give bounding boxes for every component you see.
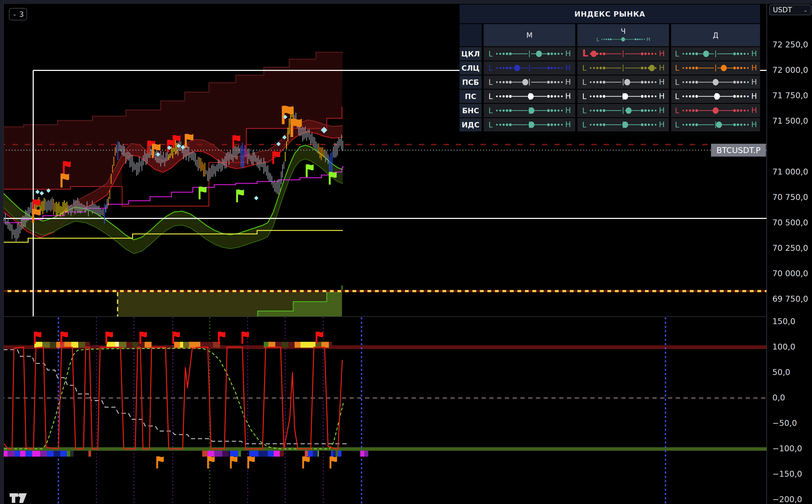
lower-oscillator-pane xyxy=(0,317,766,504)
svg-text:L: L xyxy=(489,92,493,101)
range-slider: LH xyxy=(486,76,572,88)
svg-text:L: L xyxy=(489,50,493,58)
price-tick-label: 70 500,0 xyxy=(772,218,808,227)
range-slider: LH xyxy=(674,48,757,60)
range-slider: LH xyxy=(486,62,572,74)
indicator-cell: LH xyxy=(671,104,760,117)
currency-select-value: USDT xyxy=(773,6,792,14)
svg-text:H: H xyxy=(659,106,665,115)
price-tick-label: 69 750,0 xyxy=(772,294,808,304)
osc-tick-label: 50,0 xyxy=(772,367,790,377)
row-label-ПСБ: ПСБ xyxy=(460,75,482,89)
indicator-cell: LH xyxy=(577,47,669,60)
svg-text:H: H xyxy=(751,49,757,58)
indicator-cell: LH xyxy=(484,118,575,131)
indicator-cell: LH xyxy=(671,47,760,60)
svg-text:L: L xyxy=(582,92,587,101)
indicator-cell: LH xyxy=(577,61,669,75)
svg-text:H: H xyxy=(751,92,757,101)
svg-text:L: L xyxy=(675,92,679,101)
price-tick-label: 70 250,0 xyxy=(772,243,808,253)
row-label-ЦКЛ: ЦКЛ xyxy=(460,47,482,60)
svg-text:L: L xyxy=(489,64,493,73)
currency-select[interactable]: USDT ⌄ xyxy=(769,5,811,15)
indicator-cell: LH xyxy=(577,90,669,103)
svg-text:L: L xyxy=(582,48,588,59)
row-label-СЛЦ: СЛЦ xyxy=(460,61,482,75)
lime-flag-marker xyxy=(307,164,313,177)
osc-tick-label: −150,0 xyxy=(772,469,802,479)
bottom-heat-strip xyxy=(2,451,368,457)
svg-text:L: L xyxy=(675,50,679,58)
range-slider: LH xyxy=(486,48,572,60)
osc-orange-flag-marker xyxy=(208,456,215,468)
row-label-ИДС: ИДС xyxy=(460,118,482,131)
diamond-marker xyxy=(35,190,40,194)
diamond-marker xyxy=(40,191,44,195)
osc-tick-label: −200,0 xyxy=(772,495,802,504)
timeframe-button[interactable]: ⌄ 3 xyxy=(9,8,27,20)
svg-text:H: H xyxy=(565,49,571,58)
table-title: ИНДЕКС РЫНКА xyxy=(460,5,760,23)
tradingview-logo-icon[interactable] xyxy=(8,492,28,504)
row-label-ПС: ПС xyxy=(460,90,482,103)
svg-text:H: H xyxy=(659,120,665,129)
range-slider: LH xyxy=(486,119,572,131)
price-tick-label: 72 250,0 xyxy=(772,40,808,49)
osc-lower-band xyxy=(0,447,766,451)
indicator-cell: LH xyxy=(577,104,669,117)
indicator-cell: LH xyxy=(484,90,575,103)
svg-text:L: L xyxy=(675,106,679,115)
svg-text:L: L xyxy=(675,64,679,73)
range-slider: LH xyxy=(486,104,572,117)
indicator-cell: LH xyxy=(671,118,760,131)
osc-orange-flag-marker xyxy=(231,456,237,468)
symbol-label: BTCUSDT.P xyxy=(711,144,766,157)
svg-text:L: L xyxy=(582,106,587,115)
indicator-cell: LH xyxy=(671,61,760,75)
svg-text:L: L xyxy=(597,37,599,42)
timeframe-value: 3 xyxy=(19,10,24,18)
svg-text:H: H xyxy=(659,63,665,72)
range-slider: LH xyxy=(580,62,666,74)
svg-text:H: H xyxy=(751,120,757,129)
svg-text:H: H xyxy=(659,92,665,101)
indicator-cell: LH xyxy=(671,90,760,103)
price-axis[interactable]: USDT ⌄ 72 250,072 000,071 750,071 500,07… xyxy=(766,0,812,504)
svg-text:H: H xyxy=(565,63,571,72)
osc-tick-label: −50,0 xyxy=(772,418,797,428)
indicator-cell: LH xyxy=(484,61,575,75)
range-slider: LH xyxy=(674,104,757,117)
window-top-strip xyxy=(0,0,812,4)
svg-text:L: L xyxy=(582,64,587,73)
osc-orange-flag-marker xyxy=(303,456,310,468)
chevron-down-icon: ⌄ xyxy=(803,7,808,13)
row-label-БНС: БНС xyxy=(460,104,482,117)
column-header-Д: Д xyxy=(671,24,760,46)
trading-terminal: { "meta": { "symbol": "BTCUSDT.P", "curr… xyxy=(0,0,812,504)
range-slider: LH xyxy=(674,76,757,88)
table-corner xyxy=(460,24,482,46)
column-header-М: М xyxy=(484,24,575,46)
svg-text:H: H xyxy=(565,120,571,129)
svg-text:L: L xyxy=(675,120,679,129)
osc-tick-label: 0,0 xyxy=(772,393,785,402)
range-slider: LH xyxy=(674,90,757,103)
price-tick-label: 72 000,0 xyxy=(772,65,808,75)
pane-separator[interactable] xyxy=(0,316,812,317)
window-left-strip xyxy=(0,0,4,504)
svg-text:L: L xyxy=(489,106,493,115)
osc-orange-flag-marker xyxy=(248,456,255,468)
range-slider: LH xyxy=(580,119,666,131)
lime-flag-marker xyxy=(237,190,244,202)
indicator-cell: LH xyxy=(671,75,760,89)
range-slider: LH xyxy=(674,119,757,131)
svg-text:H: H xyxy=(565,92,571,101)
svg-text:L: L xyxy=(582,120,587,129)
osc-tick-label: 100,0 xyxy=(772,342,795,351)
range-slider: LH xyxy=(580,76,666,88)
range-slider: LH xyxy=(580,48,666,60)
indicator-cell: LH xyxy=(484,104,575,117)
price-tick-label: 70 000,0 xyxy=(772,269,808,278)
top-heat-strip xyxy=(34,342,332,348)
